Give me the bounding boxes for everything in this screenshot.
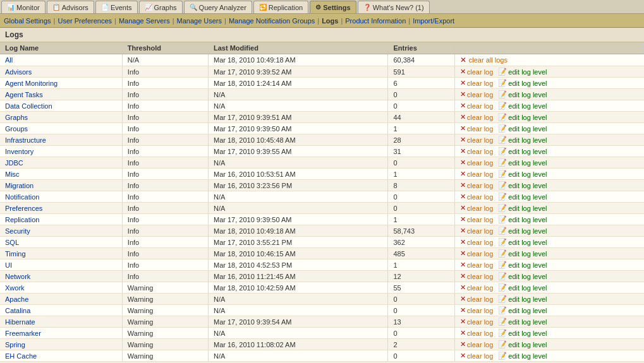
clear-log-link[interactable]: clear log <box>467 159 494 167</box>
log-name-link[interactable]: All <box>5 56 13 64</box>
log-name-link[interactable]: Security <box>5 227 30 235</box>
tab-query-analyzer[interactable]: 🔍 Query Analyzer <box>184 1 252 13</box>
log-name-link[interactable]: Misc <box>5 170 20 178</box>
sub-nav: Global Settings | User Preferences | Man… <box>0 14 644 28</box>
clear-log-link[interactable]: clear log <box>467 307 494 314</box>
clear-log-link[interactable]: clear log <box>467 193 494 201</box>
edit-log-level-link[interactable]: edit log level <box>508 295 547 303</box>
clear-log-link[interactable]: clear log <box>467 68 494 76</box>
edit-log-level-link[interactable]: edit log level <box>508 125 547 133</box>
log-name-link[interactable]: Preferences <box>5 205 42 212</box>
tab-monitor[interactable]: 📊 Monitor <box>1 1 46 13</box>
clear-log-link[interactable]: clear log <box>467 216 494 223</box>
subnav-manage-servers[interactable]: Manage Servers <box>119 17 170 25</box>
clear-log-link[interactable]: clear log <box>467 102 494 110</box>
subnav-logs[interactable]: Logs <box>322 17 338 25</box>
log-name-link[interactable]: Agent Tasks <box>5 91 43 98</box>
edit-log-level-link[interactable]: edit log level <box>508 205 547 212</box>
clear-log-link[interactable]: clear log <box>467 273 494 280</box>
log-name-link[interactable]: Infrastructure <box>5 136 46 144</box>
clear-log-link[interactable]: clear log <box>467 239 494 246</box>
clear-log-link[interactable]: clear log <box>467 330 494 337</box>
clear-log-link[interactable]: clear log <box>467 284 494 292</box>
clear-log-link[interactable]: clear log <box>467 227 494 235</box>
clear-log-link[interactable]: clear log <box>467 170 494 178</box>
subnav-manage-notification-groups[interactable]: Manage Notification Groups <box>229 17 315 25</box>
subnav-import-export[interactable]: Import/Export <box>413 17 454 25</box>
tab-graphs[interactable]: 📈 Graphs <box>139 1 183 13</box>
clear-log-link[interactable]: clear log <box>467 261 494 269</box>
log-name-link[interactable]: Agent Monitoring <box>5 80 58 87</box>
log-name-link[interactable]: Graphs <box>5 114 28 121</box>
log-name-link[interactable]: EH Cache <box>5 352 37 360</box>
log-name-link[interactable]: Spring <box>5 341 25 348</box>
log-name-link[interactable]: Apache <box>5 295 28 303</box>
edit-log-level-link[interactable]: edit log level <box>508 148 547 155</box>
edit-log-level-link[interactable]: edit log level <box>508 227 547 235</box>
log-name-link[interactable]: Hibernate <box>5 318 35 326</box>
edit-log-level-link[interactable]: edit log level <box>508 273 547 280</box>
log-name-link[interactable]: SQL <box>5 239 19 246</box>
clear-log-link[interactable]: clear log <box>467 341 494 348</box>
edit-log-level-link[interactable]: edit log level <box>508 261 547 269</box>
edit-log-level-link[interactable]: edit log level <box>508 318 547 326</box>
clear-log-link[interactable]: clear log <box>467 250 494 258</box>
tab-replication[interactable]: 🔁 Replication <box>253 1 308 13</box>
edit-log-level-link[interactable]: edit log level <box>508 330 547 337</box>
clear-log-link[interactable]: clear log <box>467 148 494 155</box>
edit-log-level-link[interactable]: edit log level <box>508 239 547 246</box>
clear-log-link[interactable]: clear log <box>467 125 494 133</box>
log-name-link[interactable]: UI <box>5 261 12 269</box>
clear-log-link[interactable]: clear log <box>467 205 494 212</box>
log-name-link[interactable]: JDBC <box>5 159 23 167</box>
edit-log-level-link[interactable]: edit log level <box>508 102 547 110</box>
edit-log-level-link[interactable]: edit log level <box>508 216 547 223</box>
edit-log-level-link[interactable]: edit log level <box>508 307 547 314</box>
edit-log-level-link[interactable]: edit log level <box>508 114 547 121</box>
tab-whats-new[interactable]: ❓ What's New? (1) <box>358 1 430 13</box>
edit-log-level-link[interactable]: edit log level <box>508 68 547 76</box>
clear-log-link[interactable]: clear log <box>467 80 494 87</box>
edit-log-level-link[interactable]: edit log level <box>508 80 547 87</box>
edit-log-level-link[interactable]: edit log level <box>508 182 547 189</box>
subnav-user-preferences[interactable]: User Preferences <box>58 17 112 25</box>
subnav-global-settings[interactable]: Global Settings <box>4 17 51 25</box>
tab-advisors[interactable]: 📋 Advisors <box>47 1 94 13</box>
log-name-link[interactable]: Advisors <box>5 68 32 76</box>
edit-log-level-link[interactable]: edit log level <box>508 91 547 98</box>
subnav-manage-users[interactable]: Manage Users <box>177 17 222 25</box>
log-name-link[interactable]: Notification <box>5 193 39 201</box>
edit-log-level-link[interactable]: edit log level <box>508 193 547 201</box>
table-row: Graphs Info Mar 17, 2010 9:39:51 AM 44 ✕… <box>0 112 644 123</box>
log-name-link[interactable]: Migration <box>5 182 33 189</box>
clear-all-logs-link[interactable]: clear all logs <box>469 56 507 64</box>
log-name-link[interactable]: Replication <box>5 216 39 223</box>
log-name-link[interactable]: Inventory <box>5 148 33 155</box>
log-name-link[interactable]: Timing <box>5 250 26 258</box>
log-name-link[interactable]: Catalina <box>5 307 30 314</box>
tab-settings[interactable]: ⚙ Settings <box>310 1 356 13</box>
edit-log-level-link[interactable]: edit log level <box>508 170 547 178</box>
log-name-link[interactable]: Groups <box>5 125 28 133</box>
clear-log-link[interactable]: clear log <box>467 182 494 189</box>
clear-log-link[interactable]: clear log <box>467 352 494 360</box>
log-name-link[interactable]: Xwork <box>5 284 25 292</box>
clear-log-link[interactable]: clear log <box>467 136 494 144</box>
log-name-link[interactable]: Data Collection <box>5 102 52 110</box>
clear-log-link[interactable]: clear log <box>467 91 494 98</box>
edit-log-level-link[interactable]: edit log level <box>508 136 547 144</box>
edit-log-level-link[interactable]: edit log level <box>508 159 547 167</box>
log-actions: ✕ clear log 📝 edit log level <box>454 134 643 146</box>
clear-log-link[interactable]: clear log <box>467 318 494 326</box>
subnav-product-information[interactable]: Product Information <box>345 17 406 25</box>
edit-log-level-link[interactable]: edit log level <box>508 250 547 258</box>
edit-log-level-link[interactable]: edit log level <box>508 284 547 292</box>
clear-log-link[interactable]: clear log <box>467 295 494 303</box>
edit-log-level-link[interactable]: edit log level <box>508 341 547 348</box>
log-name-link[interactable]: Network <box>5 273 30 280</box>
clear-log-link[interactable]: clear log <box>467 114 494 121</box>
log-entries: 362 <box>388 237 454 248</box>
edit-log-level-link[interactable]: edit log level <box>508 352 547 360</box>
log-name-link[interactable]: Freemarker <box>5 330 41 337</box>
tab-events[interactable]: 📄 Events <box>95 1 138 13</box>
